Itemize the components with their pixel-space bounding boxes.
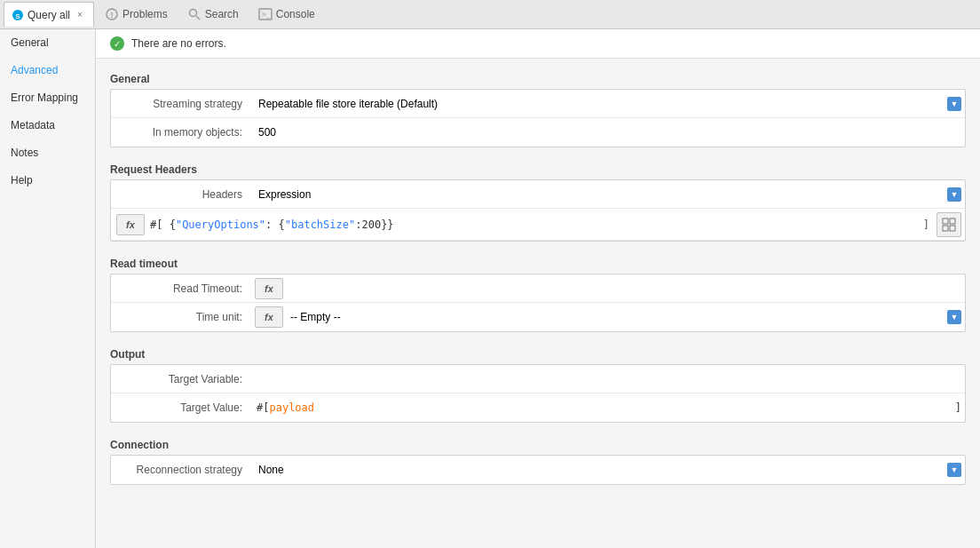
- query-all-tab-label: Query all: [28, 9, 70, 21]
- expression-key1: "QueryOptions": [176, 218, 265, 231]
- sidebar-item-help[interactable]: Help: [0, 167, 95, 195]
- problems-label: Problems: [122, 8, 168, 20]
- headers-type-wrapper: Expression ▼: [253, 185, 965, 204]
- svg-rect-10: [943, 226, 948, 231]
- console-label: Console: [276, 8, 315, 20]
- general-panel: Streaming strategy Repeatable file store…: [110, 89, 966, 147]
- time-unit-row: Time unit: fx -- Empty -- ▼: [111, 303, 965, 331]
- expression-close: ]: [920, 218, 933, 231]
- target-variable-row: Target Variable:: [111, 365, 965, 393]
- content-area: ✓ There are no errors. General Streaming…: [96, 29, 980, 548]
- query-all-tab[interactable]: S Query all ×: [4, 2, 94, 27]
- request-headers-panel: Headers Expression ▼ fx #[ {"QueryOption…: [110, 179, 966, 242]
- target-variable-input[interactable]: [253, 367, 965, 392]
- expression-key2: "batchSize": [285, 218, 355, 231]
- expression-colon: : {: [265, 218, 285, 231]
- reconnection-select-wrapper: None ▼: [253, 460, 965, 480]
- streaming-strategy-select-wrapper: Repeatable file store iterable (Default)…: [253, 94, 965, 114]
- headers-type-select[interactable]: Expression: [253, 185, 965, 204]
- grid-icon: [942, 218, 956, 232]
- status-bar: ✓ There are no errors.: [96, 29, 980, 59]
- output-panel: Target Variable: Target Value: #[ payloa…: [110, 364, 966, 423]
- expression-fx-button[interactable]: fx: [116, 214, 145, 235]
- target-value-suffix: ]: [955, 401, 961, 414]
- expression-input[interactable]: [394, 218, 920, 231]
- svg-text:!: !: [111, 11, 114, 20]
- in-memory-objects-input[interactable]: [253, 120, 965, 145]
- top-bar: S Query all × ! Problems Search >_ Conso…: [0, 0, 980, 29]
- read-timeout-fx-button[interactable]: fx: [255, 278, 283, 299]
- svg-text:>_: >_: [262, 11, 271, 19]
- streaming-strategy-label: Streaming strategy: [111, 92, 253, 115]
- expression-display: #[ {"QueryOptions": {"batchSize":200}} ]: [146, 218, 937, 231]
- svg-point-4: [189, 10, 196, 17]
- sidebar-item-error-mapping[interactable]: Error Mapping: [0, 84, 95, 112]
- svg-rect-9: [950, 218, 955, 224]
- reconnection-label: Reconnection strategy: [111, 458, 253, 481]
- request-headers-title: Request Headers: [110, 158, 966, 179]
- reconnection-strategy-row: Reconnection strategy None ▼: [111, 456, 965, 484]
- search-icon: [187, 7, 202, 21]
- headers-row: Headers Expression ▼: [111, 180, 965, 209]
- status-ok-icon: ✓: [110, 36, 124, 51]
- target-value-content: payload: [269, 401, 314, 414]
- time-unit-wrapper: -- Empty -- ▼: [285, 307, 965, 327]
- read-timeout-panel: Read Timeout: fx Time unit: fx -- Empty …: [110, 274, 966, 332]
- read-timeout-title: Read timeout: [110, 252, 966, 274]
- tab-close-button[interactable]: ×: [74, 9, 86, 21]
- connection-panel: Reconnection strategy None ▼: [110, 455, 966, 485]
- expression-row: fx #[ {"QueryOptions": {"batchSize":200}…: [111, 209, 965, 241]
- time-unit-label: Time unit:: [111, 306, 253, 329]
- expression-rest: :200}}: [355, 218, 393, 231]
- svg-text:S: S: [15, 12, 20, 20]
- target-value-row: Target Value: #[ payload ]: [111, 393, 965, 422]
- form-container: General Streaming strategy Repeatable fi…: [96, 59, 980, 504]
- target-variable-label: Target Variable:: [111, 368, 253, 391]
- streaming-strategy-select[interactable]: Repeatable file store iterable (Default): [253, 94, 965, 114]
- sidebar-item-advanced[interactable]: Advanced: [0, 57, 95, 84]
- target-value-input[interactable]: [314, 401, 955, 414]
- grid-icon-button[interactable]: [937, 212, 961, 237]
- sidebar-item-general[interactable]: General: [0, 29, 95, 57]
- status-message: There are no errors.: [131, 37, 226, 50]
- general-section-title: General: [110, 68, 966, 89]
- sidebar-item-metadata[interactable]: Metadata: [0, 112, 95, 139]
- headers-label: Headers: [111, 183, 253, 206]
- read-timeout-input[interactable]: [285, 276, 965, 301]
- salesforce-icon: S: [12, 9, 24, 21]
- search-tab[interactable]: Search: [178, 2, 248, 27]
- read-timeout-row: Read Timeout: fx: [111, 274, 965, 303]
- reconnection-select[interactable]: None: [253, 460, 965, 480]
- svg-line-5: [196, 16, 200, 20]
- search-label: Search: [205, 8, 239, 20]
- expression-prefix: #[ {: [150, 218, 176, 231]
- target-value-label: Target Value:: [111, 396, 253, 419]
- problems-tab[interactable]: ! Problems: [96, 2, 177, 27]
- in-memory-objects-row: In memory objects:: [111, 118, 965, 147]
- sidebar: General Advanced Error Mapping Metadata …: [0, 29, 96, 548]
- console-tab[interactable]: >_ Console: [249, 2, 324, 27]
- main-area: General Advanced Error Mapping Metadata …: [0, 29, 980, 548]
- problems-icon: !: [105, 7, 119, 21]
- target-value-display: #[ payload ]: [253, 401, 965, 414]
- read-timeout-label: Read Timeout:: [111, 277, 253, 300]
- connection-title: Connection: [110, 433, 966, 455]
- target-value-prefix: #[: [257, 401, 269, 414]
- console-icon: >_: [258, 7, 273, 21]
- svg-rect-8: [943, 218, 948, 224]
- time-unit-fx-button[interactable]: fx: [255, 306, 283, 328]
- svg-rect-11: [950, 226, 955, 231]
- in-memory-objects-label: In memory objects:: [111, 121, 253, 144]
- sidebar-item-notes[interactable]: Notes: [0, 139, 95, 167]
- streaming-strategy-row: Streaming strategy Repeatable file store…: [111, 90, 965, 118]
- output-title: Output: [110, 343, 966, 364]
- time-unit-select[interactable]: -- Empty --: [285, 307, 965, 327]
